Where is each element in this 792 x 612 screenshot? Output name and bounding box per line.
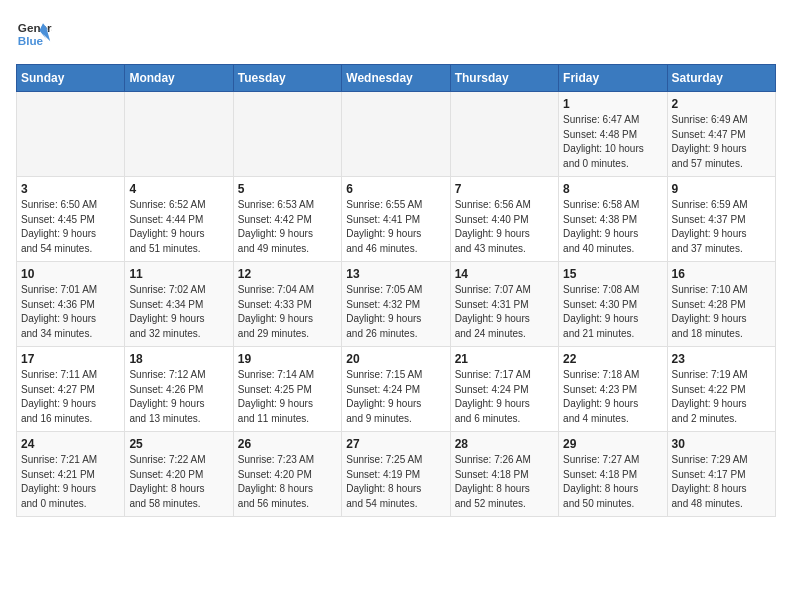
day-number: 14: [455, 267, 554, 281]
calendar-cell: 17Sunrise: 7:11 AM Sunset: 4:27 PM Dayli…: [17, 347, 125, 432]
calendar-cell: 29Sunrise: 7:27 AM Sunset: 4:18 PM Dayli…: [559, 432, 667, 517]
day-info: Sunrise: 6:59 AM Sunset: 4:37 PM Dayligh…: [672, 198, 771, 256]
calendar-cell: 18Sunrise: 7:12 AM Sunset: 4:26 PM Dayli…: [125, 347, 233, 432]
calendar-cell: 23Sunrise: 7:19 AM Sunset: 4:22 PM Dayli…: [667, 347, 775, 432]
calendar-body: 1Sunrise: 6:47 AM Sunset: 4:48 PM Daylig…: [17, 92, 776, 517]
day-info: Sunrise: 7:04 AM Sunset: 4:33 PM Dayligh…: [238, 283, 337, 341]
day-number: 12: [238, 267, 337, 281]
calendar-cell: 13Sunrise: 7:05 AM Sunset: 4:32 PM Dayli…: [342, 262, 450, 347]
logo-icon: General Blue: [16, 16, 52, 52]
day-info: Sunrise: 7:27 AM Sunset: 4:18 PM Dayligh…: [563, 453, 662, 511]
calendar-cell: [342, 92, 450, 177]
svg-text:Blue: Blue: [18, 34, 44, 47]
logo: General Blue: [16, 16, 52, 52]
calendar-cell: 30Sunrise: 7:29 AM Sunset: 4:17 PM Dayli…: [667, 432, 775, 517]
day-number: 27: [346, 437, 445, 451]
day-number: 17: [21, 352, 120, 366]
calendar-cell: 27Sunrise: 7:25 AM Sunset: 4:19 PM Dayli…: [342, 432, 450, 517]
header-wednesday: Wednesday: [342, 65, 450, 92]
calendar-cell: 12Sunrise: 7:04 AM Sunset: 4:33 PM Dayli…: [233, 262, 341, 347]
week-row-3: 10Sunrise: 7:01 AM Sunset: 4:36 PM Dayli…: [17, 262, 776, 347]
day-number: 22: [563, 352, 662, 366]
day-number: 7: [455, 182, 554, 196]
header-row: SundayMondayTuesdayWednesdayThursdayFrid…: [17, 65, 776, 92]
day-number: 3: [21, 182, 120, 196]
calendar-cell: [450, 92, 558, 177]
day-info: Sunrise: 6:55 AM Sunset: 4:41 PM Dayligh…: [346, 198, 445, 256]
calendar-cell: 15Sunrise: 7:08 AM Sunset: 4:30 PM Dayli…: [559, 262, 667, 347]
header-friday: Friday: [559, 65, 667, 92]
week-row-2: 3Sunrise: 6:50 AM Sunset: 4:45 PM Daylig…: [17, 177, 776, 262]
calendar-table: SundayMondayTuesdayWednesdayThursdayFrid…: [16, 64, 776, 517]
day-number: 2: [672, 97, 771, 111]
day-info: Sunrise: 7:19 AM Sunset: 4:22 PM Dayligh…: [672, 368, 771, 426]
day-number: 23: [672, 352, 771, 366]
day-number: 9: [672, 182, 771, 196]
day-number: 5: [238, 182, 337, 196]
day-info: Sunrise: 7:17 AM Sunset: 4:24 PM Dayligh…: [455, 368, 554, 426]
header-monday: Monday: [125, 65, 233, 92]
day-info: Sunrise: 7:22 AM Sunset: 4:20 PM Dayligh…: [129, 453, 228, 511]
day-info: Sunrise: 7:08 AM Sunset: 4:30 PM Dayligh…: [563, 283, 662, 341]
calendar-cell: 7Sunrise: 6:56 AM Sunset: 4:40 PM Daylig…: [450, 177, 558, 262]
calendar-cell: 3Sunrise: 6:50 AM Sunset: 4:45 PM Daylig…: [17, 177, 125, 262]
calendar-cell: 22Sunrise: 7:18 AM Sunset: 4:23 PM Dayli…: [559, 347, 667, 432]
day-number: 8: [563, 182, 662, 196]
header-sunday: Sunday: [17, 65, 125, 92]
day-number: 26: [238, 437, 337, 451]
calendar-cell: 20Sunrise: 7:15 AM Sunset: 4:24 PM Dayli…: [342, 347, 450, 432]
calendar-header: SundayMondayTuesdayWednesdayThursdayFrid…: [17, 65, 776, 92]
calendar-cell: 8Sunrise: 6:58 AM Sunset: 4:38 PM Daylig…: [559, 177, 667, 262]
day-number: 4: [129, 182, 228, 196]
day-number: 16: [672, 267, 771, 281]
day-info: Sunrise: 7:18 AM Sunset: 4:23 PM Dayligh…: [563, 368, 662, 426]
day-info: Sunrise: 7:12 AM Sunset: 4:26 PM Dayligh…: [129, 368, 228, 426]
week-row-1: 1Sunrise: 6:47 AM Sunset: 4:48 PM Daylig…: [17, 92, 776, 177]
calendar-cell: 1Sunrise: 6:47 AM Sunset: 4:48 PM Daylig…: [559, 92, 667, 177]
calendar-cell: 26Sunrise: 7:23 AM Sunset: 4:20 PM Dayli…: [233, 432, 341, 517]
week-row-4: 17Sunrise: 7:11 AM Sunset: 4:27 PM Dayli…: [17, 347, 776, 432]
day-info: Sunrise: 6:58 AM Sunset: 4:38 PM Dayligh…: [563, 198, 662, 256]
calendar-cell: 9Sunrise: 6:59 AM Sunset: 4:37 PM Daylig…: [667, 177, 775, 262]
calendar-cell: 2Sunrise: 6:49 AM Sunset: 4:47 PM Daylig…: [667, 92, 775, 177]
day-info: Sunrise: 7:02 AM Sunset: 4:34 PM Dayligh…: [129, 283, 228, 341]
header: General Blue: [16, 16, 776, 52]
calendar-cell: 4Sunrise: 6:52 AM Sunset: 4:44 PM Daylig…: [125, 177, 233, 262]
calendar-cell: 24Sunrise: 7:21 AM Sunset: 4:21 PM Dayli…: [17, 432, 125, 517]
day-number: 10: [21, 267, 120, 281]
calendar-cell: 5Sunrise: 6:53 AM Sunset: 4:42 PM Daylig…: [233, 177, 341, 262]
day-info: Sunrise: 7:07 AM Sunset: 4:31 PM Dayligh…: [455, 283, 554, 341]
day-info: Sunrise: 6:47 AM Sunset: 4:48 PM Dayligh…: [563, 113, 662, 171]
calendar-cell: [17, 92, 125, 177]
day-number: 11: [129, 267, 228, 281]
calendar-cell: 25Sunrise: 7:22 AM Sunset: 4:20 PM Dayli…: [125, 432, 233, 517]
calendar-cell: [125, 92, 233, 177]
calendar-cell: 11Sunrise: 7:02 AM Sunset: 4:34 PM Dayli…: [125, 262, 233, 347]
day-number: 21: [455, 352, 554, 366]
header-thursday: Thursday: [450, 65, 558, 92]
calendar-cell: 16Sunrise: 7:10 AM Sunset: 4:28 PM Dayli…: [667, 262, 775, 347]
day-info: Sunrise: 7:26 AM Sunset: 4:18 PM Dayligh…: [455, 453, 554, 511]
day-info: Sunrise: 7:21 AM Sunset: 4:21 PM Dayligh…: [21, 453, 120, 511]
calendar-cell: 6Sunrise: 6:55 AM Sunset: 4:41 PM Daylig…: [342, 177, 450, 262]
day-info: Sunrise: 6:53 AM Sunset: 4:42 PM Dayligh…: [238, 198, 337, 256]
day-number: 18: [129, 352, 228, 366]
day-number: 19: [238, 352, 337, 366]
calendar-cell: 19Sunrise: 7:14 AM Sunset: 4:25 PM Dayli…: [233, 347, 341, 432]
calendar-cell: 21Sunrise: 7:17 AM Sunset: 4:24 PM Dayli…: [450, 347, 558, 432]
calendar-cell: [233, 92, 341, 177]
day-info: Sunrise: 6:56 AM Sunset: 4:40 PM Dayligh…: [455, 198, 554, 256]
day-number: 28: [455, 437, 554, 451]
day-info: Sunrise: 7:14 AM Sunset: 4:25 PM Dayligh…: [238, 368, 337, 426]
day-info: Sunrise: 7:05 AM Sunset: 4:32 PM Dayligh…: [346, 283, 445, 341]
calendar-cell: 10Sunrise: 7:01 AM Sunset: 4:36 PM Dayli…: [17, 262, 125, 347]
day-number: 20: [346, 352, 445, 366]
header-saturday: Saturday: [667, 65, 775, 92]
day-number: 29: [563, 437, 662, 451]
day-info: Sunrise: 7:15 AM Sunset: 4:24 PM Dayligh…: [346, 368, 445, 426]
day-info: Sunrise: 6:50 AM Sunset: 4:45 PM Dayligh…: [21, 198, 120, 256]
day-number: 15: [563, 267, 662, 281]
day-info: Sunrise: 7:29 AM Sunset: 4:17 PM Dayligh…: [672, 453, 771, 511]
day-info: Sunrise: 7:25 AM Sunset: 4:19 PM Dayligh…: [346, 453, 445, 511]
header-tuesday: Tuesday: [233, 65, 341, 92]
